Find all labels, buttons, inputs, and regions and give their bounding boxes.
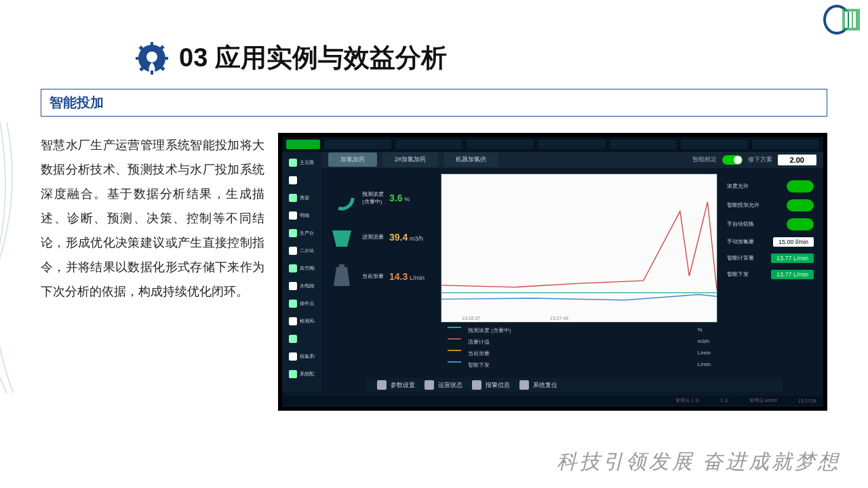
ss-nav-item[interactable]: 检测风机 <box>286 314 317 328</box>
corner-logo <box>822 3 863 36</box>
ss-nav-item[interactable] <box>286 332 317 346</box>
ss-bottom-action[interactable]: 参数设置 <box>377 380 415 390</box>
svg-rect-8 <box>151 70 153 75</box>
svg-rect-7 <box>151 42 153 46</box>
footer-item: 1 台 <box>720 397 729 404</box>
ss-tab-1[interactable]: 加氯加药 <box>328 152 377 167</box>
ss-nav-item[interactable]: 生产台 <box>286 226 317 240</box>
action-label: 参数设置 <box>391 381 415 390</box>
ss-nav-item[interactable]: 明细 <box>286 209 317 222</box>
svg-rect-2 <box>845 12 848 28</box>
metric-icon <box>327 222 357 252</box>
ss-tabs-row: 加氯加药 2#加氯加药 机器加氯供 智能程定 修下方案 2.00 <box>321 152 823 168</box>
ss-toggle-label-b: 修下方案 <box>748 155 772 164</box>
legend-label: 当前加量 <box>468 350 690 357</box>
ss-control-row: 智能投加允许 <box>727 199 814 211</box>
chart-time-start: 13:10:37 <box>462 316 480 321</box>
control-toggle[interactable] <box>787 199 814 211</box>
control-toggle[interactable] <box>787 180 814 192</box>
ss-chart-legend: 预测浓度 (含量中)%流量计值m3/h当前加量L/min智能下发L/min <box>441 323 717 373</box>
ss-nav-item[interactable]: 二次站 <box>286 244 317 258</box>
footer-item: 管理员 1 台 <box>675 397 700 404</box>
control-label: 智能下发 <box>727 270 749 278</box>
ss-control-row: 智能下发13.77 L/min <box>727 270 814 279</box>
ss-chart-area: 13:10:37 13:27:49 预测浓度 (含量中)%流量计值m3/h当前加… <box>441 174 717 373</box>
ss-nav-item[interactable] <box>286 174 317 187</box>
control-value[interactable]: 15.00 l/min <box>773 237 814 247</box>
ss-control-row: 手动加氯量15.00 l/min <box>727 237 814 247</box>
ss-metric: 当前加量14.3 L/min <box>327 262 435 291</box>
ss-control-row: 手自动切换 <box>727 218 814 230</box>
ss-nav-item[interactable]: 主页面 <box>286 156 317 169</box>
ss-metric: 预测浓度(含量中)3.6 % <box>327 183 435 213</box>
legend-swatch <box>448 361 461 363</box>
nav-label: 二次站 <box>300 247 314 254</box>
nav-icon <box>289 317 297 325</box>
nav-icon <box>289 211 297 220</box>
nav-icon <box>289 194 297 202</box>
body-paragraph: 智慧水厂生产运营管理系统智能投加将大数据分析技术、预测技术与水厂投加系统深度融合… <box>41 133 264 411</box>
ss-bottom-action[interactable]: 运营状态 <box>425 380 462 390</box>
ss-main-value[interactable]: 2.00 <box>778 155 816 165</box>
nav-label: 操作员 <box>300 300 314 307</box>
metric-value: 14.3 <box>389 271 408 282</box>
ss-tab-2[interactable]: 2#加氯加药 <box>382 152 438 167</box>
decorative-lines <box>0 122 27 393</box>
legend-unit: L/min <box>697 361 711 369</box>
svg-point-15 <box>331 187 353 209</box>
legend-label: 智能下发 <box>468 361 690 369</box>
ss-control-row: 浓度允许 <box>727 180 814 192</box>
control-toggle[interactable] <box>787 218 814 230</box>
slide-title-row: 03 应用实例与效益分析 <box>136 41 827 75</box>
nav-icon <box>289 159 297 167</box>
section-number: 03 <box>179 43 208 72</box>
ss-controls-column: 浓度允许智能投加允许手自动切换手动加氯量15.00 l/min智能计算量13.7… <box>723 174 818 373</box>
metric-unit: L/min <box>410 274 425 281</box>
ss-nav-item[interactable]: 操作员 <box>286 297 317 310</box>
ss-bottom-toolbar: 参数设置运营状态报警信息系统复位 <box>366 378 783 392</box>
ss-bottom-action[interactable]: 报警信息 <box>472 380 510 390</box>
action-label: 报警信息 <box>486 381 510 390</box>
action-label: 系统复位 <box>533 381 557 390</box>
svg-marker-17 <box>334 267 350 286</box>
nav-label: 主页面 <box>300 159 314 166</box>
ss-toggle-label-a: 智能程定 <box>692 155 717 164</box>
legend-unit: % <box>697 327 711 334</box>
legend-unit: L/min <box>697 350 711 357</box>
control-readout: 13.77 L/min <box>771 253 814 263</box>
subsection-label: 智能投加 <box>50 95 104 110</box>
ss-top-status-bar <box>282 137 823 152</box>
nav-icon <box>289 264 297 272</box>
ss-nav-item[interactable]: 真空阀门 <box>286 262 317 275</box>
legend-label: 流量计值 <box>468 338 690 346</box>
ss-nav-item[interactable]: 线氯系统 <box>286 350 317 363</box>
nav-icon <box>289 352 297 361</box>
metric-label: 进测流量 <box>362 233 384 241</box>
ss-main-toggle[interactable] <box>722 155 743 165</box>
ss-bottom-action[interactable]: 系统复位 <box>519 380 557 390</box>
ss-nav-item[interactable]: 系统配置 <box>286 367 317 381</box>
ss-tab-3[interactable]: 机器加氯供 <box>443 152 498 167</box>
nav-label: 明细 <box>300 212 309 219</box>
svg-rect-4 <box>853 12 856 28</box>
nav-icon <box>289 335 297 343</box>
nav-icon <box>289 282 297 290</box>
svg-rect-3 <box>849 12 852 28</box>
ss-metric: 进测流量39.4 m3/h <box>327 222 435 252</box>
ss-sidebar-nav: 主页面资源明细生产台二次站真空阀门水电能耗操作员检测风机线氯系统系统配置 <box>282 152 321 392</box>
slogan-text: 科技引领发展 奋进成就梦想 <box>557 448 842 476</box>
ss-nav-item[interactable]: 水电能耗 <box>286 279 317 293</box>
ss-nav-item[interactable]: 资源 <box>286 191 317 205</box>
action-icon <box>425 380 434 390</box>
nav-label: 检测风机 <box>300 318 315 325</box>
nav-label: 资源 <box>300 195 309 201</box>
nav-label: 系统配置 <box>300 371 315 378</box>
ss-footer-status: 管理员 1 台1 台管理员 admin13:37:04 <box>282 396 823 405</box>
svg-marker-16 <box>332 230 351 247</box>
ss-line-chart: 13:10:37 13:27:49 <box>441 174 717 323</box>
nav-label: 水电能耗 <box>300 283 315 289</box>
legend-swatch <box>448 338 461 340</box>
chart-time-end: 13:27:49 <box>550 316 568 321</box>
control-label: 浓度允许 <box>727 182 749 190</box>
action-icon <box>472 380 481 390</box>
